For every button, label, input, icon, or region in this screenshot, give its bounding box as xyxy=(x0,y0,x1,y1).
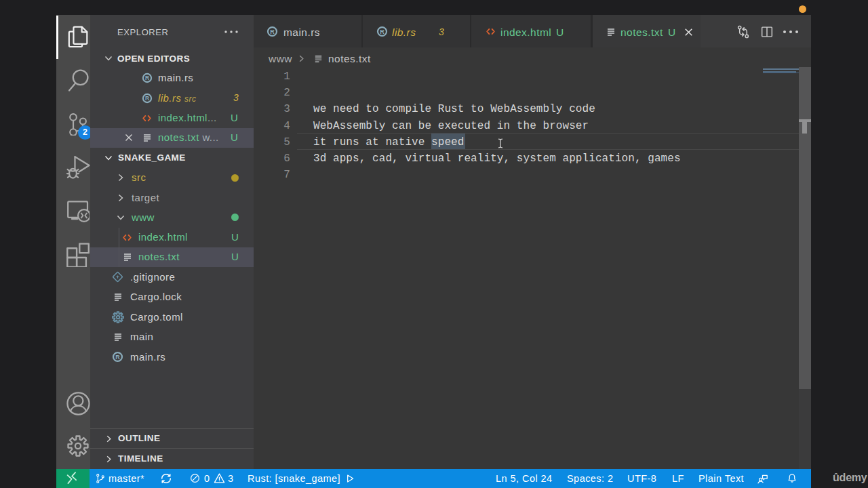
svg-text:R: R xyxy=(145,75,149,81)
svg-text:R: R xyxy=(145,95,149,102)
svg-text:R: R xyxy=(380,28,384,35)
svg-text:R: R xyxy=(115,354,120,361)
svg-text:R: R xyxy=(270,28,275,35)
